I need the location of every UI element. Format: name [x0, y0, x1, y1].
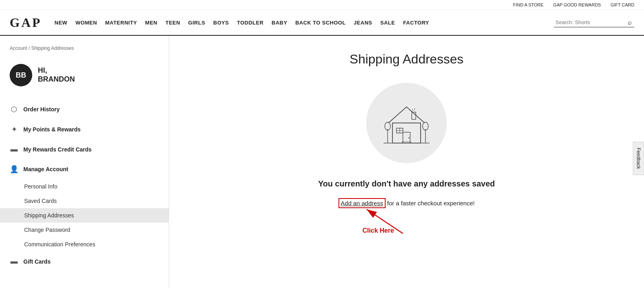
svg-point-2	[409, 137, 410, 139]
main-nav: NEWWOMENMATERNITYMENTEENGIRLSBOYSTODDLER…	[55, 20, 554, 26]
nav-item-maternity[interactable]: MATERNITY	[105, 20, 137, 26]
sidebar-item-points-rewards[interactable]: ✦ My Points & Rewards	[0, 119, 169, 139]
nav-item-sale[interactable]: SALE	[380, 20, 395, 26]
logo[interactable]: GAP	[10, 15, 42, 30]
sidebar-subitem-personal-info[interactable]: Personal Info	[0, 179, 169, 194]
nav-item-factory[interactable]: FACTORY	[403, 20, 429, 26]
avatar: BB	[10, 64, 32, 86]
nav-item-new[interactable]: NEW	[55, 20, 68, 26]
search-input[interactable]	[555, 19, 628, 25]
sidebar-subitem-shipping-addresses[interactable]: Shipping Addresses	[0, 208, 169, 223]
find-store-link[interactable]: FIND A STORE	[513, 2, 544, 7]
house-svg	[380, 97, 433, 149]
page-title: Shipping Addresses	[350, 52, 464, 67]
click-here-label: Click Here	[363, 227, 394, 234]
rewards-cards-icon: ▬	[10, 145, 19, 154]
breadcrumb-account[interactable]: Account	[10, 45, 27, 51]
nav-item-girls[interactable]: GIRLS	[188, 20, 205, 26]
sidebar-subitem-communication-preferences[interactable]: Communication Preferences	[0, 237, 169, 252]
header: GAP NEWWOMENMATERNITYMENTEENGIRLSBOYSTOD…	[0, 10, 644, 36]
breadcrumb-current: Shipping Addresses	[31, 45, 74, 51]
sidebar-subitem-saved-cards[interactable]: Saved Cards	[0, 194, 169, 208]
nav-item-men[interactable]: MEN	[145, 20, 157, 26]
sidebar-item-manage-account[interactable]: 👤 Manage Account	[0, 159, 169, 179]
points-rewards-label: My Points & Rewards	[23, 126, 80, 133]
nav-item-toddler[interactable]: TODDLER	[237, 20, 264, 26]
points-rewards-icon: ✦	[10, 125, 19, 134]
user-name: BRANDON	[38, 75, 75, 84]
order-history-icon: ⬡	[10, 105, 19, 114]
user-greeting: HI, BRANDON	[38, 66, 75, 84]
gift-cards-label: Gift Cards	[23, 258, 51, 265]
nav-item-teen[interactable]: TEEN	[165, 20, 180, 26]
nav-item-jeans[interactable]: JEANS	[354, 20, 372, 26]
sidebar: Account / Shipping Addresses BB HI, BRAN…	[0, 36, 169, 289]
sidebar-item-rewards-cards[interactable]: ▬ My Rewards Credit Cards	[0, 139, 169, 159]
svg-rect-14	[402, 142, 411, 143]
sidebar-subitem-change-password[interactable]: Change Password	[0, 223, 169, 237]
order-history-label: Order History	[23, 106, 60, 113]
manage-account-label: Manage Account	[23, 166, 68, 172]
greeting-hi: HI,	[38, 66, 75, 75]
house-illustration	[366, 83, 447, 163]
sidebar-nav: ⬡ Order History ✦ My Points & Rewards ▬ …	[0, 99, 169, 271]
gap-good-rewards-link[interactable]: GAP GOOD REWARDS	[553, 2, 601, 7]
empty-message: You currently don't have any addresses s…	[318, 179, 495, 188]
manage-account-icon: 👤	[10, 165, 19, 174]
rewards-cards-label: My Rewards Credit Cards	[23, 146, 92, 153]
nav-item-back-to-school[interactable]: BACK TO SCHOOL	[295, 20, 346, 26]
breadcrumb-separator: /	[27, 45, 31, 51]
sidebar-item-gift-cards[interactable]: ▬ Gift Cards	[0, 252, 169, 271]
feedback-tab[interactable]: Feedback	[633, 141, 644, 175]
nav-item-boys[interactable]: BOYS	[213, 20, 229, 26]
search-button[interactable]: ⌕	[628, 19, 632, 26]
main-layout: Account / Shipping Addresses BB HI, BRAN…	[0, 36, 644, 289]
search-area: ⌕	[554, 18, 634, 27]
add-address-section: Add an address for a faster checkout exp…	[339, 198, 475, 208]
gift-cards-icon: ▬	[10, 257, 19, 266]
breadcrumb: Account / Shipping Addresses	[0, 45, 169, 57]
gift-card-link[interactable]: GIFT CARD	[611, 2, 634, 7]
main-content: Shipping Addresses	[169, 36, 644, 289]
nav-item-baby[interactable]: BABY	[272, 20, 287, 26]
utility-bar: FIND A STORE GAP GOOD REWARDS GIFT CARD	[0, 0, 644, 10]
user-section: BB HI, BRANDON	[0, 57, 169, 96]
sidebar-item-order-history[interactable]: ⬡ Order History	[0, 99, 169, 119]
nav-item-women[interactable]: WOMEN	[75, 20, 97, 26]
